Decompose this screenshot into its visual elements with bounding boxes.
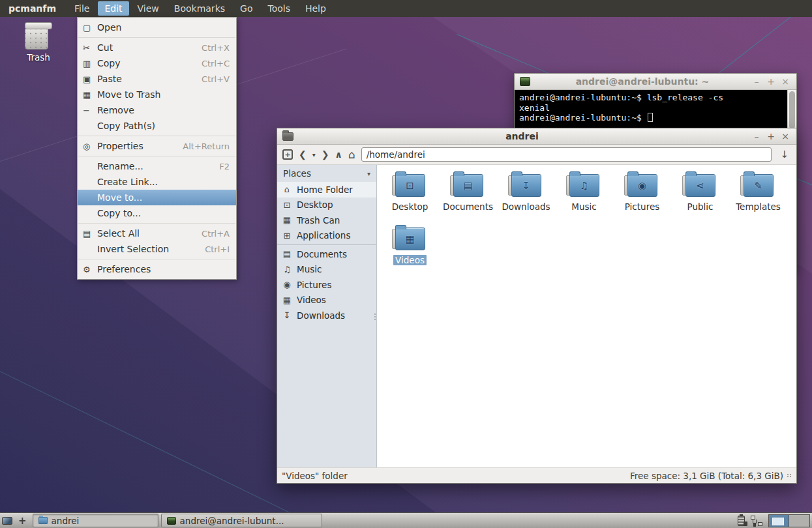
menu-item-preferences[interactable]: ⚙ Preferences [78, 261, 236, 277]
menu-bookmarks[interactable]: Bookmarks [168, 1, 232, 16]
path-input[interactable]: /home/andrei [361, 147, 772, 162]
menu-edit[interactable]: Edit [98, 1, 128, 16]
menu-tools[interactable]: Tools [261, 1, 297, 16]
sidebar-item-label: Documents [297, 249, 347, 259]
home-button[interactable]: ⌂ [348, 149, 355, 160]
file-item-music[interactable]: ♫ Music [555, 170, 613, 224]
file-item-downloads[interactable]: ↧ Downloads [497, 170, 555, 224]
folder-icon: ▤ [453, 174, 483, 197]
menu-item-copy[interactable]: ▥ Copy Ctrl+C [78, 55, 236, 71]
sidebar-item-desktop[interactable]: ⊡ Desktop [277, 198, 376, 213]
file-item-pictures[interactable]: ◉ Pictures [613, 170, 671, 224]
trash-icon: ▦ [83, 90, 97, 100]
menu-item-copy-to[interactable]: Copy to... [78, 205, 236, 221]
copy-icon: ▥ [83, 59, 97, 68]
task-button-terminal[interactable]: andrei@andrei-lubunt... [161, 514, 322, 527]
file-item-videos[interactable]: ▦ Videos [381, 224, 439, 277]
trash-body [25, 29, 48, 50]
file-manager-titlebar[interactable]: andrei – + × [277, 128, 796, 145]
show-desktop-button[interactable] [2, 514, 12, 527]
menu-view[interactable]: View [131, 1, 166, 16]
file-manager-statusbar: "Videos" folder Free space: 3,1 GiB (Tot… [277, 467, 796, 483]
menu-separator [78, 223, 235, 224]
monitor-icon [2, 517, 12, 525]
sidebar-item-documents[interactable]: ▤ Documents [277, 246, 376, 262]
workspace-pager[interactable] [768, 514, 810, 527]
scrollbar-thumb[interactable] [789, 91, 795, 129]
file-manager-toolbar: + ❮ ▾ ❯ ∧ ⌂ /home/andrei ↓ [277, 145, 796, 165]
music-emblem-icon: ♫ [569, 180, 599, 192]
jump-to-button[interactable]: ↓ [777, 149, 791, 160]
menu-item-rename[interactable]: Rename... F2 [78, 158, 236, 174]
maximize-button[interactable]: + [765, 76, 777, 87]
menu-item-copy-paths[interactable]: Copy Path(s) [78, 118, 236, 134]
forward-button[interactable]: ❯ [322, 150, 329, 159]
downloads-icon: ↧ [282, 310, 292, 320]
sidebar-item-trash-can[interactable]: ▦ Trash Can [277, 213, 376, 228]
iconify-plus-icon[interactable]: + [15, 515, 30, 527]
status-folder-text: "Videos" folder [282, 471, 630, 481]
menu-item-remove[interactable]: − Remove [78, 102, 236, 118]
path-value: /home/andrei [367, 149, 425, 160]
menu-file[interactable]: File [68, 1, 96, 16]
menu-item-move-to[interactable]: Move to... [78, 190, 236, 205]
paste-icon: ▣ [83, 74, 97, 84]
status-free-space-text: Free space: 3,1 GiB (Total: 6,3 GiB) [630, 471, 783, 481]
file-item-documents[interactable]: ▤ Documents [439, 170, 497, 224]
network-icon[interactable] [751, 516, 762, 526]
sidebar-item-videos[interactable]: ▦ Videos [277, 293, 376, 308]
file-item-templates[interactable]: ✎ Templates [729, 170, 787, 224]
workspace-1-current[interactable] [768, 514, 789, 527]
videos-icon: ▦ [282, 295, 292, 305]
close-button[interactable]: × [779, 76, 791, 87]
maximize-button[interactable]: + [765, 131, 777, 141]
templates-emblem-icon: ✎ [744, 180, 774, 192]
sidebar-item-label: Music [297, 264, 322, 274]
menu-item-properties[interactable]: ◎ Properties Alt+Return [78, 138, 236, 154]
menu-help[interactable]: Help [299, 1, 333, 16]
sidebar-item-music[interactable]: ♫ Music [277, 262, 376, 278]
cut-icon: ✂ [83, 43, 97, 53]
properties-icon: ◎ [83, 141, 97, 151]
file-icon-view[interactable]: ⊡ Desktop ▤ Documents ↧ Downloads ♫ Musi… [377, 165, 796, 467]
battery-icon[interactable] [738, 516, 745, 526]
sidebar-item-home-folder[interactable]: ⌂ Home Folder [277, 182, 376, 198]
chevron-down-icon: ▾ [367, 170, 370, 177]
places-sidebar: Places ▾ ⌂ Home Folder ⊡ Desktop ▦ Trash… [277, 165, 377, 467]
sidebar-item-downloads[interactable]: ↧ Downloads [277, 308, 376, 323]
file-label: Public [685, 201, 715, 212]
menu-item-paste[interactable]: ▣ Paste Ctrl+V [78, 71, 236, 87]
workspace-2[interactable] [789, 514, 810, 527]
terminal-line: xenial [519, 103, 783, 113]
menu-item-cut[interactable]: ✂ Cut Ctrl+X [78, 40, 236, 55]
file-item-public[interactable]: ⋖ Public [671, 170, 729, 224]
pane-splitter-grip[interactable] [374, 314, 376, 320]
desktop-trash-shortcut[interactable]: Trash [20, 22, 57, 63]
places-mode-selector[interactable]: Places ▾ [277, 165, 376, 182]
file-item-desktop[interactable]: ⊡ Desktop [381, 170, 439, 224]
terminal-line: andrei@andrei-lubuntu:~$ lsb_release -cs [519, 93, 783, 103]
menu-item-create-link[interactable]: Create Link... [78, 174, 236, 190]
open-icon: ▢ [83, 23, 97, 33]
terminal-titlebar[interactable]: andrei@andrei-lubuntu: ~ – + × [515, 74, 796, 90]
menu-item-move-to-trash[interactable]: ▦ Move to Trash [78, 87, 236, 102]
videos-emblem-icon: ▦ [395, 233, 425, 245]
back-button[interactable]: ❮ [299, 150, 307, 159]
new-tab-button[interactable]: + [282, 149, 293, 160]
close-button[interactable]: × [779, 131, 791, 141]
up-button[interactable]: ∧ [335, 150, 342, 159]
task-button-file-manager[interactable]: andrei [33, 514, 158, 527]
menu-item-select-all[interactable]: ▤ Select All Ctrl+A [78, 226, 236, 241]
folder-icon [38, 517, 48, 524]
folder-icon: ⊡ [395, 174, 425, 197]
sidebar-item-pictures[interactable]: ◉ Pictures [277, 277, 376, 293]
menu-item-open[interactable]: ▢ Open [78, 20, 236, 35]
menu-item-invert-selection[interactable]: Invert Selection Ctrl+I [78, 241, 236, 257]
history-dropdown-button[interactable]: ▾ [312, 151, 316, 158]
resize-grip[interactable] [787, 474, 792, 477]
minimize-button[interactable]: – [751, 131, 762, 141]
minimize-button[interactable]: – [751, 76, 762, 87]
menu-go[interactable]: Go [233, 1, 259, 16]
folder-icon: ◉ [627, 174, 657, 197]
sidebar-item-applications[interactable]: ⊞ Applications [277, 228, 376, 244]
